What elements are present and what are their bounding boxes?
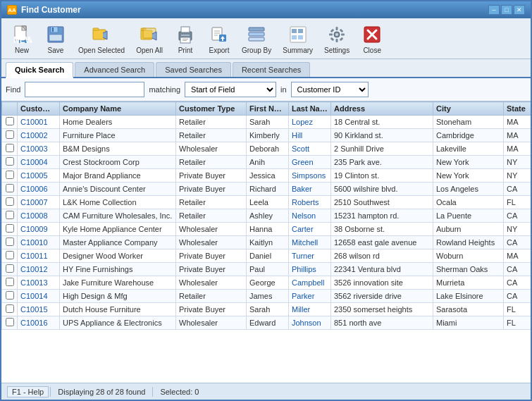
row-checkbox-cell <box>2 169 18 183</box>
col-header-state[interactable]: State <box>504 102 531 116</box>
table-row[interactable]: C10002 Furniture Place Retailer Kimberly… <box>2 129 531 142</box>
tab-recent-searches[interactable]: Recent Searches <box>233 62 310 77</box>
toolbar-close-button[interactable]: Close <box>356 20 388 57</box>
open-all-label: Open All <box>136 47 163 54</box>
col-header-address[interactable]: Address <box>331 102 433 116</box>
row-customer-type: Wholesaler <box>176 223 247 236</box>
find-input[interactable] <box>25 82 144 97</box>
toolbar-export-button[interactable]: Export <box>203 20 235 57</box>
row-checkbox[interactable] <box>6 211 14 219</box>
groupby-label: Group By <box>242 47 271 54</box>
row-checkbox[interactable] <box>6 144 14 152</box>
export-label: Export <box>209 47 230 54</box>
results-table: Customer ID Company Name Customer Type F… <box>1 101 531 330</box>
table-row[interactable]: C10015 Dutch House Furniture Private Buy… <box>2 303 531 316</box>
row-city: Auburn <box>433 223 504 236</box>
svg-rect-27 <box>249 27 264 31</box>
tab-advanced-search[interactable]: Advanced Search <box>75 62 154 77</box>
row-address: 15231 hampton rd. <box>331 209 433 223</box>
col-header-customer-id[interactable]: Customer ID <box>18 102 60 116</box>
row-checkbox[interactable] <box>6 117 14 125</box>
matching-dropdown[interactable]: Start of Field Contains Exact Match End … <box>185 82 276 97</box>
col-header-check <box>2 102 18 116</box>
row-first-name: Anih <box>247 156 289 169</box>
row-address: 18 Central st. <box>331 116 433 129</box>
toolbar-open-selected-button[interactable]: Open Selected <box>73 20 130 57</box>
row-checkbox[interactable] <box>6 264 14 273</box>
row-checkbox[interactable] <box>6 157 14 166</box>
row-city: La Puente <box>433 209 504 223</box>
col-header-last-name[interactable]: Last Name <box>289 102 331 116</box>
row-first-name: Hanna <box>247 223 289 236</box>
toolbar-open-all-button[interactable]: Open All <box>131 20 168 57</box>
close-window-button[interactable]: ✕ <box>514 5 525 15</box>
tab-quick-search[interactable]: Quick Search <box>6 62 73 78</box>
row-checkbox[interactable] <box>6 130 14 139</box>
row-first-name: Sarah <box>247 116 289 129</box>
table-row[interactable]: C10016 UPS Appliance & Electronics Whole… <box>2 316 531 330</box>
table-row[interactable]: C10013 Jake Furniture Warehouse Wholesal… <box>2 276 531 290</box>
table-body: C10001 Home Dealers Retailer Sarah Lopez… <box>2 116 531 330</box>
tab-saved-searches[interactable]: Saved Searches <box>156 62 231 77</box>
col-header-city[interactable]: City <box>433 102 504 116</box>
row-state: FL <box>504 316 531 330</box>
row-customer-type: Retailer <box>176 209 247 223</box>
row-checkbox[interactable] <box>6 278 14 286</box>
toolbar-new-button[interactable]: NEW New <box>6 20 38 57</box>
groupby-icon <box>245 23 268 46</box>
print-icon <box>174 23 197 46</box>
svg-rect-10 <box>93 28 99 30</box>
col-header-customer-type[interactable]: Customer Type <box>176 102 247 116</box>
col-header-company-name[interactable]: Company Name <box>60 102 176 116</box>
row-checkbox[interactable] <box>6 304 14 313</box>
row-address: 2350 somerset heights <box>331 303 433 316</box>
row-checkbox[interactable] <box>6 251 14 259</box>
table-row[interactable]: C10001 Home Dealers Retailer Sarah Lopez… <box>2 116 531 129</box>
maximize-button[interactable]: □ <box>501 5 512 15</box>
row-state: MA <box>504 116 531 129</box>
svg-rect-7 <box>52 27 54 32</box>
table-row[interactable]: C10008 CAM Furniture Wholesales, Inc. Re… <box>2 209 531 223</box>
col-header-first-name[interactable]: First Name <box>247 102 289 116</box>
svg-rect-34 <box>298 35 303 39</box>
in-dropdown[interactable]: Customer ID Company Name First Name Last… <box>291 82 369 97</box>
row-checkbox[interactable] <box>6 318 14 326</box>
status-divider-1 <box>50 387 51 397</box>
row-checkbox[interactable] <box>6 171 14 179</box>
toolbar-groupby-button[interactable]: Group By <box>237 20 276 57</box>
svg-rect-31 <box>292 29 297 33</box>
svg-rect-44 <box>340 37 344 41</box>
row-state: FL <box>504 196 531 209</box>
table-row[interactable]: C10010 Master Appliance Company Wholesal… <box>2 236 531 249</box>
table-row[interactable]: C10005 Major Brand Appliance Private Buy… <box>2 169 531 183</box>
minimize-button[interactable]: – <box>488 5 500 15</box>
table-row[interactable]: C10014 High Design & Mfg Retailer James … <box>2 290 531 303</box>
row-state: CA <box>504 290 531 303</box>
toolbar-print-button[interactable]: Print <box>169 20 202 57</box>
row-checkbox[interactable] <box>6 184 14 192</box>
toolbar-save-button[interactable]: Save <box>39 20 72 57</box>
table-row[interactable]: C10012 HY Fine Furnishings Private Buyer… <box>2 263 531 276</box>
row-checkbox[interactable] <box>6 224 14 233</box>
row-city: Lake Elsinore <box>433 290 504 303</box>
row-checkbox[interactable] <box>6 197 14 206</box>
table-row[interactable]: C10006 Annie's Discount Center Private B… <box>2 183 531 196</box>
table-row[interactable]: C10011 Designer Wood Worker Private Buye… <box>2 249 531 263</box>
table-row[interactable]: C10007 L&K Home Collection Retailer Leel… <box>2 196 531 209</box>
row-city: Sherman Oaks <box>433 263 504 276</box>
svg-point-36 <box>335 33 338 36</box>
row-first-name: Kimberly <box>247 129 289 142</box>
row-last-name: Scott <box>289 142 331 156</box>
row-customer-id: C10003 <box>18 142 60 156</box>
row-first-name: James <box>247 290 289 303</box>
table-row[interactable]: C10003 B&M Designs Wholesaler Deborah Sc… <box>2 142 531 156</box>
row-checkbox-cell <box>2 129 18 142</box>
table-row[interactable]: C10009 Kyle Home Appliance Center Wholes… <box>2 223 531 236</box>
row-checkbox[interactable] <box>6 237 14 246</box>
table-row[interactable]: C10004 Crest Stockroom Corp Retailer Ani… <box>2 156 531 169</box>
toolbar-settings-button[interactable]: Settings <box>319 20 354 57</box>
row-customer-type: Private Buyer <box>176 183 247 196</box>
row-checkbox[interactable] <box>6 291 14 300</box>
toolbar-summary-button[interactable]: Summary <box>278 20 318 57</box>
matching-label: matching <box>149 85 180 94</box>
